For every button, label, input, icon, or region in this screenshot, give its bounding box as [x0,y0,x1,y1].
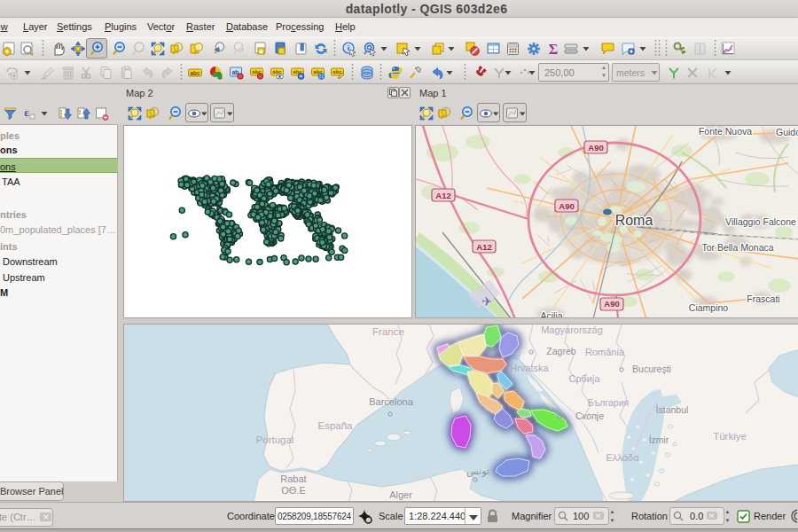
svg-text:A90: A90 [588,143,603,153]
svg-text:İstanbul: İstanbul [656,404,689,415]
svg-text:France: France [372,326,404,337]
svg-text:Guido: Guido [776,127,798,137]
svg-text:abc: abc [272,69,282,74]
svg-text:تونس: تونس [466,466,489,477]
svg-text:Magyarország: Magyarország [541,325,603,335]
svg-text:A90: A90 [559,201,574,211]
svg-text:España: España [317,420,353,431]
svg-text:✈: ✈ [481,294,492,309]
svg-text:Rabat: Rabat [280,473,306,484]
svg-text:Türkiye: Türkiye [713,431,747,442]
svg-text:Ελλάδα: Ελλάδα [606,452,639,463]
svg-text:Fonte Nuova: Fonte Nuova [699,126,752,137]
svg-text:Portugal: Portugal [256,434,294,445]
svg-text:Σ: Σ [549,42,558,57]
svg-text:A12: A12 [435,191,450,200]
svg-text:Србија: Србија [568,373,600,384]
svg-text:България: България [588,397,629,408]
svg-text:Villaggio Falcone: Villaggio Falcone [725,216,796,227]
svg-text:Bucureşti: Bucureşti [632,364,671,374]
svg-text:abc: abc [190,70,200,76]
svg-text:A12: A12 [476,242,491,252]
svg-text:Barcelona: Barcelona [369,396,413,407]
svg-text:Zagreb: Zagreb [546,346,575,356]
svg-text:Скопје: Скопје [575,411,604,421]
svg-text:A90: A90 [604,299,619,309]
svg-text:România: România [585,347,625,357]
svg-text:Hrvatska: Hrvatska [510,363,549,373]
svg-text:ε: ε [24,106,29,119]
svg-text:Frascati: Frascati [747,293,779,304]
svg-text:Tor Bella Monaca: Tor Bella Monaca [701,242,773,253]
svg-text:İzmir: İzmir [649,434,669,445]
svg-text:Acilia: Acilia [540,310,562,318]
svg-text:ab: ab [232,69,239,75]
svg-text:Alger: Alger [389,489,412,500]
svg-text:Ciampino: Ciampino [689,302,729,313]
svg-text:ΟΘ.Ε: ΟΘ.Ε [281,485,306,496]
svg-text:Roma: Roma [615,213,653,228]
